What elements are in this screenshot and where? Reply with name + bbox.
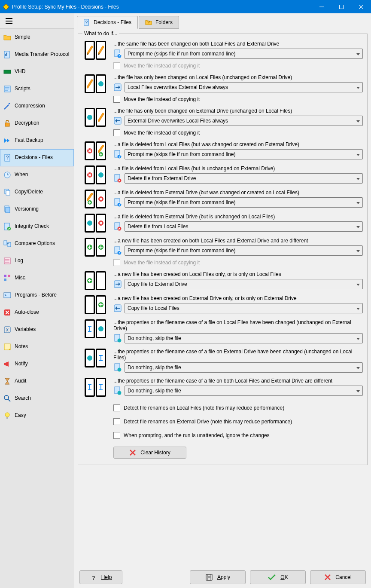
variable-icon: x <box>3 326 11 334</box>
svg-line-55 <box>88 47 92 54</box>
shapes-icon <box>3 274 11 282</box>
arrow-right-icon <box>113 83 122 92</box>
cancel-button[interactable]: Cancel <box>310 570 366 584</box>
sidebar: Simple Media Transfer Protocol VHD Scrip… <box>0 29 74 588</box>
tab-decisions-files[interactable]: ? Decisions - Files <box>77 16 138 29</box>
sidebar-item-misc[interactable]: Misc. <box>0 270 74 287</box>
arrow-left-icon <box>113 304 122 312</box>
decision-row: ...a new file has been created on Local … <box>82 271 363 290</box>
sidebar-item-versioning[interactable]: Versioning <box>0 201 74 218</box>
decision-select[interactable]: Prompt me (skips file if run from comman… <box>125 197 363 208</box>
file-question-icon: ? <box>113 150 122 159</box>
decision-select[interactable]: Copy file to External Drive <box>125 279 363 289</box>
detect-renames-ext-checkbox[interactable] <box>113 418 120 425</box>
decision-select[interactable]: Prompt me (skips file if run from comman… <box>125 149 363 159</box>
sidebar-item-integrity[interactable]: Integrity Check <box>0 218 74 235</box>
titlebar: Profile Setup: Sync My Files - Decisions… <box>0 0 371 13</box>
clock-icon <box>3 171 11 179</box>
svg-rect-25 <box>6 190 10 195</box>
svg-rect-30 <box>4 241 7 245</box>
state-icon-pair <box>82 349 108 368</box>
file-question-icon: ? <box>113 198 122 207</box>
decision-select[interactable]: Do nothing, skip the file <box>125 333 363 343</box>
sidebar-item-simple[interactable]: Simple <box>0 29 74 46</box>
folder-icon <box>3 34 11 41</box>
state-icon-pair <box>82 295 108 314</box>
svg-rect-51 <box>6 417 8 419</box>
tab-bar: ? Decisions - Files ? Folders <box>74 13 371 29</box>
svg-point-29 <box>7 227 11 230</box>
state-icon-pair <box>82 41 108 60</box>
svg-text:?: ? <box>118 249 121 255</box>
close-button[interactable] <box>351 0 371 13</box>
move-checkbox[interactable] <box>113 96 120 103</box>
decision-select[interactable]: Do nothing, skip the file <box>125 386 363 396</box>
apply-button[interactable]: Apply <box>190 570 246 584</box>
svg-rect-16 <box>5 123 9 126</box>
svg-point-48 <box>4 395 9 400</box>
state-icon-pair <box>82 74 108 93</box>
decision-select[interactable]: Delete file from External Drive <box>125 173 363 184</box>
move-checkbox[interactable] <box>113 62 120 69</box>
terminal-icon <box>3 291 11 299</box>
decision-select[interactable]: Prompt me (skips file if run from comman… <box>125 49 363 59</box>
version-icon <box>3 205 11 213</box>
sidebar-item-vhd[interactable]: VHD <box>0 63 74 80</box>
x-icon <box>324 574 331 581</box>
sidebar-item-easy[interactable]: Easy <box>0 407 74 424</box>
sidebar-item-copy-delete[interactable]: Copy/Delete <box>0 184 74 201</box>
move-checkbox[interactable] <box>113 259 120 266</box>
svg-marker-15 <box>9 103 10 105</box>
svg-text:?: ? <box>147 20 150 25</box>
ok-button[interactable]: OK <box>250 570 306 584</box>
x-icon <box>129 449 136 456</box>
maximize-button[interactable] <box>331 0 351 13</box>
sidebar-item-fast-backup[interactable]: Fast Backup <box>0 132 74 149</box>
minimize-button[interactable] <box>312 0 331 13</box>
svg-text:?: ? <box>118 201 121 207</box>
sidebar-item-search[interactable]: Search <box>0 390 74 407</box>
sidebar-item-mtp[interactable]: Media Transfer Protocol <box>0 46 74 63</box>
detect-renames-local-row: Detect file renames on Local Files (note… <box>113 404 363 411</box>
sidebar-item-when[interactable]: When <box>0 166 74 184</box>
sidebar-item-scripts[interactable]: Scripts <box>0 80 74 98</box>
svg-marker-17 <box>4 138 7 143</box>
state-icon-pair <box>82 238 108 257</box>
tab-folders[interactable]: ? Folders <box>139 16 179 29</box>
sidebar-item-autoclose[interactable]: Auto-close <box>0 304 74 321</box>
sidebar-item-audit[interactable]: Audit <box>0 373 74 390</box>
sidebar-item-decisions-files[interactable]: ?Decisions - Files <box>0 149 74 166</box>
decision-select[interactable]: Local Files overwrites External Drive al… <box>125 82 363 92</box>
svg-rect-39 <box>4 293 11 298</box>
move-instead-row: Move the file instead of copying it <box>113 129 363 136</box>
decision-select[interactable]: Copy file to Local Files <box>125 303 363 313</box>
decision-select[interactable]: Delete file from Local Files <box>125 221 363 232</box>
decision-label: ...the file has only been changed on Ext… <box>113 108 363 114</box>
svg-line-62 <box>88 80 92 87</box>
unattended-checkbox[interactable] <box>113 432 120 439</box>
svg-line-68 <box>99 114 103 121</box>
decision-select[interactable]: Do nothing, skip the file <box>125 362 363 373</box>
sidebar-item-compare[interactable]: Compare Options <box>0 235 74 252</box>
decision-select[interactable]: External Drive overwrites Local Files al… <box>125 116 363 126</box>
file-delete-icon <box>113 174 122 183</box>
svg-text:x: x <box>6 327 9 333</box>
sidebar-item-variables[interactable]: xVariables <box>0 321 74 338</box>
help-button[interactable]: ? Help <box>79 570 122 584</box>
svg-text:?: ? <box>6 155 9 161</box>
hamburger-menu[interactable] <box>0 13 74 29</box>
sidebar-item-programs-before[interactable]: Programs - Before <box>0 287 74 304</box>
sidebar-item-notes[interactable]: Notes <box>0 338 74 355</box>
svg-marker-18 <box>7 138 9 143</box>
clear-history-button[interactable]: Clear History <box>113 447 186 459</box>
detect-renames-local-checkbox[interactable] <box>113 404 120 411</box>
sidebar-item-log[interactable]: Log <box>0 252 74 270</box>
question-file-icon: ? <box>83 19 90 26</box>
move-checkbox[interactable] <box>113 129 120 136</box>
decision-select[interactable]: Prompt me (skips file if run from comman… <box>125 245 363 256</box>
sidebar-item-decryption[interactable]: Decryption <box>0 115 74 132</box>
check-icon <box>268 574 276 581</box>
sidebar-item-notify[interactable]: Notify <box>0 355 74 373</box>
footer: ? Help Apply OK Cancel <box>74 567 371 588</box>
sidebar-item-compression[interactable]: Compression <box>0 98 74 115</box>
